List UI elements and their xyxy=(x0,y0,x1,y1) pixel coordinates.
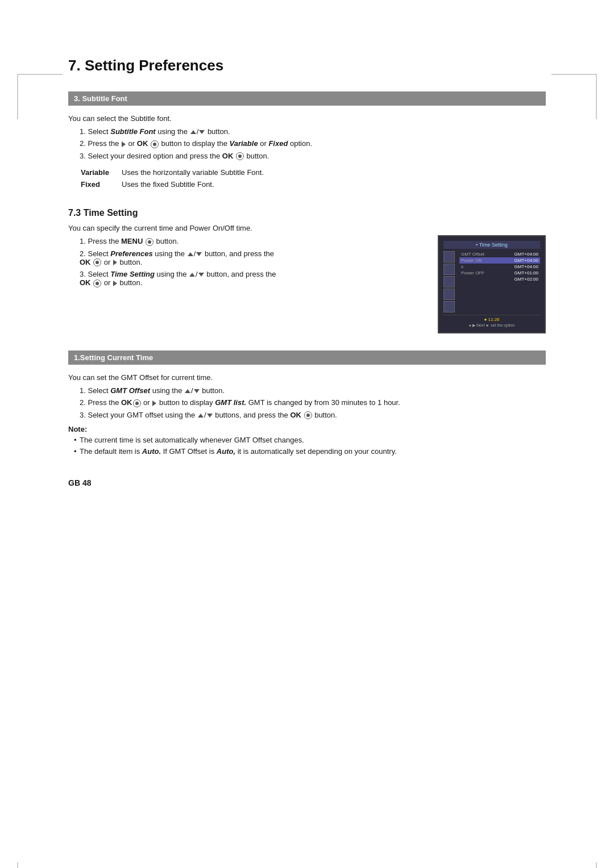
tv-row-x: x GMT+04:00 xyxy=(459,264,540,270)
tv-icon-5 xyxy=(443,301,455,312)
ok-circle-icon xyxy=(151,140,159,148)
right-arrow-icon xyxy=(122,141,126,147)
preferences-label: Preferences xyxy=(110,249,152,258)
ok-icon xyxy=(93,258,101,266)
tv-row-extra: GMT+02:00 xyxy=(459,276,540,282)
time-setting-title: 7.3 Time Setting xyxy=(68,208,546,218)
step-item: Press the or OK button to display the Va… xyxy=(77,139,546,148)
setting-current-time-steps: Select GMT Offset using the / button. Pr… xyxy=(68,386,546,419)
tv-row-label: Power ON xyxy=(461,258,482,263)
step-item: Select your GMT offset using the / butto… xyxy=(77,411,546,420)
tv-hint-text: ● ▶ Next ► set the option xyxy=(443,323,540,328)
tv-icon-1 xyxy=(443,251,455,262)
gmt-list-label: GMT list. xyxy=(215,398,246,407)
corner-decoration-bl xyxy=(17,862,63,868)
page-wrapper: 7. Setting Preferences 3. Subtitle Font … xyxy=(0,57,614,868)
ok-icon-3 xyxy=(133,399,141,407)
option-variable-desc: Uses the horizontally variable Subtitle … xyxy=(122,167,268,178)
note-item-2: The default item is Auto. If GMT Offset … xyxy=(74,447,546,456)
auto-label-1: Auto. xyxy=(142,447,161,456)
time-setting-text: You can specify the current time and Pow… xyxy=(68,224,426,293)
setting-current-time-intro: You can set the GMT Offset for current t… xyxy=(68,373,546,382)
subtitle-font-section: 3. Subtitle Font You can select the Subt… xyxy=(68,91,546,191)
down-arrow-icon xyxy=(199,130,205,134)
step-item: Press the OK or button to display GMT li… xyxy=(77,398,546,407)
tv-icon-4 xyxy=(443,289,455,300)
tv-row-value: GMT+02:00 xyxy=(515,277,538,282)
step-item: Select Time Setting using the / button, … xyxy=(77,270,426,287)
ok-icon-4 xyxy=(304,411,312,419)
ok-label-2: OK xyxy=(80,278,91,287)
auto-label-2: Auto, xyxy=(217,447,235,456)
option-variable-label: Variable xyxy=(81,168,109,177)
menu-circle-icon xyxy=(146,238,154,246)
up-icon-4 xyxy=(198,414,204,418)
ok-label-4: OK xyxy=(290,411,301,419)
options-table: Variable Uses the horizontally variable … xyxy=(80,166,269,191)
tv-time-display: ● 11:26 xyxy=(443,315,540,322)
time-setting-content: You can specify the current time and Pow… xyxy=(68,224,546,333)
page-number: GB 48 xyxy=(68,478,546,487)
tv-icon-3 xyxy=(443,276,455,287)
tv-row-power-on: Power ON GMT+04:00 xyxy=(459,257,540,264)
right-icon-2 xyxy=(113,281,117,286)
step-item: Select GMT Offset using the / button. xyxy=(77,386,546,395)
note-section: Note: The current time is set automatica… xyxy=(68,425,546,456)
tv-menu-title: • Time Setting xyxy=(443,241,540,249)
subtitle-font-steps: Select Subtitle Font using the / button.… xyxy=(68,127,546,160)
page-title: 7. Setting Preferences xyxy=(68,57,546,74)
time-setting-steps: Press the MENU button. Select Preference… xyxy=(68,237,426,287)
page-content: 7. Setting Preferences 3. Subtitle Font … xyxy=(68,57,546,487)
corner-decoration-br xyxy=(551,862,597,868)
time-setting-intro: You can specify the current time and Pow… xyxy=(68,224,426,232)
time-setting-section: 7.3 Time Setting You can specify the cur… xyxy=(68,208,546,333)
step-item: Select your desired option and press the… xyxy=(77,152,546,161)
option-fixed-label: Fixed xyxy=(81,180,100,189)
option-row-variable: Variable Uses the horizontally variable … xyxy=(81,167,268,178)
down-icon xyxy=(196,252,202,256)
setting-current-time-section: 1.Setting Current Time You can set the G… xyxy=(68,350,546,456)
down-icon-4 xyxy=(207,414,213,418)
tv-row-label: x xyxy=(461,264,463,269)
setting-current-time-header: 1.Setting Current Time xyxy=(68,350,546,365)
tv-row-value: GMT+04:00 xyxy=(515,264,538,269)
subtitle-font-intro: You can select the Subtitle font. xyxy=(68,114,546,123)
corner-decoration-tr xyxy=(551,74,597,119)
up-icon xyxy=(188,252,193,256)
down-icon-2 xyxy=(198,273,204,277)
tv-row-value: GMT+04:00 xyxy=(515,258,538,263)
tv-menu-screenshot: • Time Setting xyxy=(438,235,546,333)
fixed-text: Fixed xyxy=(268,139,288,148)
tv-row-value: GMT+04:00 xyxy=(515,252,538,257)
up-icon-3 xyxy=(185,389,190,393)
up-arrow-icon xyxy=(190,130,196,134)
note-item-1: The current time is set automatically wh… xyxy=(74,436,546,444)
step-item: Press the MENU button. xyxy=(77,237,426,246)
right-icon xyxy=(113,260,117,265)
gmt-offset-label: GMT Offset xyxy=(110,386,150,395)
note-label: Note: xyxy=(68,425,546,433)
ok-icon-2 xyxy=(93,279,101,287)
option-fixed-desc: Uses the fixed Subtitle Font. xyxy=(122,179,268,190)
step-bold: Subtitle Font xyxy=(110,127,155,136)
time-setting-label: Time Setting xyxy=(110,270,155,278)
tv-menu-image: • Time Setting xyxy=(438,235,546,333)
option-row-fixed: Fixed Uses the fixed Subtitle Font. xyxy=(81,179,268,190)
ok-text: OK xyxy=(137,139,148,148)
corner-decoration-tl xyxy=(17,74,63,119)
tv-row-power-off: Power OFF GMT+01:00 xyxy=(459,270,540,276)
tv-row-label: Power OFF xyxy=(461,270,484,276)
tv-row-label: GMT Offset xyxy=(461,252,484,257)
tv-icon-2 xyxy=(443,264,455,275)
up-icon-2 xyxy=(189,273,195,277)
menu-label: MENU xyxy=(121,237,143,245)
step-item: Select Preferences using the / button, a… xyxy=(77,249,426,267)
ok-label: OK xyxy=(80,258,91,266)
down-icon-3 xyxy=(194,389,200,393)
subtitle-font-header: 3. Subtitle Font xyxy=(68,91,546,106)
note-list: The current time is set automatically wh… xyxy=(68,436,546,456)
tv-row-gmt-offset: GMT Offset GMT+04:00 xyxy=(459,251,540,257)
step-item: Select Subtitle Font using the / button. xyxy=(77,127,546,136)
variable-text: Variable xyxy=(230,139,258,148)
right-icon-3 xyxy=(152,400,156,406)
